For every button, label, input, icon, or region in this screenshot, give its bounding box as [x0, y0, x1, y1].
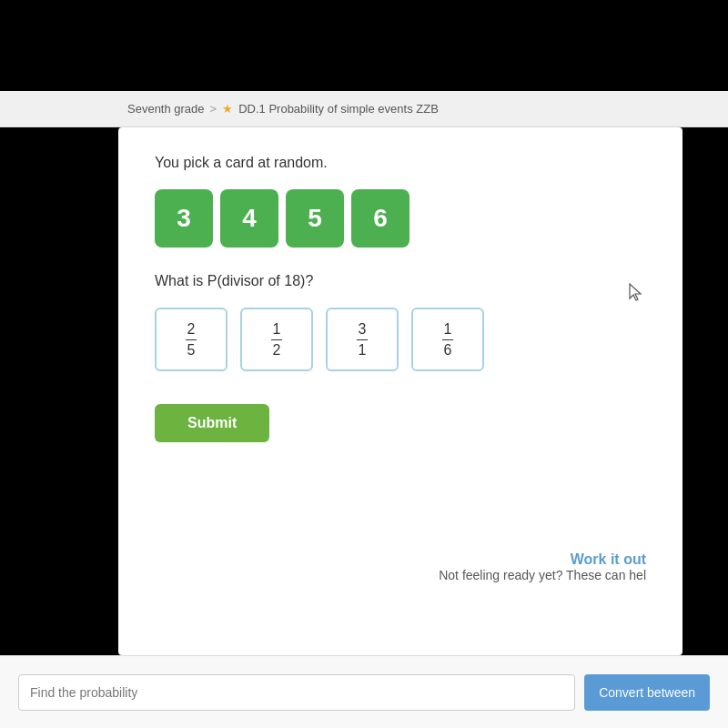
- answer-option-3[interactable]: 3 1: [326, 308, 399, 371]
- star-icon: ★: [222, 102, 233, 116]
- card-6[interactable]: 6: [351, 189, 410, 248]
- cards-row: 3 4 5 6: [155, 189, 646, 248]
- fraction-1-denominator: 5: [187, 342, 196, 359]
- card-5[interactable]: 5: [286, 189, 344, 248]
- work-it-out-title: Work it out: [155, 551, 646, 568]
- breadcrumb-separator: >: [210, 102, 217, 116]
- breadcrumb-bar: Seventh grade > ★ DD.1 Probability of si…: [0, 91, 728, 127]
- answer-options: 2 5 1 2 3 1 1 6: [155, 308, 646, 371]
- answer-option-4[interactable]: 1 6: [411, 308, 484, 371]
- fraction-3: 3 1: [357, 321, 368, 359]
- answer-option-2[interactable]: 1 2: [240, 308, 313, 371]
- main-content: You pick a card at random. 3 4 5 6 What …: [118, 127, 682, 655]
- answer-option-1[interactable]: 2 5: [155, 308, 228, 371]
- fraction-4: 1 6: [442, 321, 453, 359]
- work-it-out-section: Work it out Not feeling ready yet? These…: [155, 551, 646, 582]
- sub-prompt: What is P(divisor of 18)?: [155, 273, 646, 289]
- breadcrumb-lesson[interactable]: DD.1 Probability of simple events ZZB: [238, 102, 439, 116]
- fraction-4-denominator: 6: [444, 342, 452, 359]
- breadcrumb-grade[interactable]: Seventh grade: [127, 102, 205, 116]
- fraction-1: 2 5: [186, 321, 197, 359]
- convert-button[interactable]: Convert between: [584, 674, 710, 711]
- fraction-2: 1 2: [271, 321, 282, 359]
- fraction-4-numerator: 1: [442, 321, 453, 340]
- fraction-3-numerator: 3: [357, 321, 368, 340]
- card-3[interactable]: 3: [155, 189, 213, 248]
- card-4[interactable]: 4: [220, 189, 278, 248]
- bottom-bar: Convert between: [0, 655, 728, 728]
- find-probability-input[interactable]: [18, 674, 575, 711]
- fraction-1-numerator: 2: [186, 321, 197, 340]
- work-it-out-subtitle: Not feeling ready yet? These can hel: [155, 568, 646, 582]
- submit-button[interactable]: Submit: [155, 404, 269, 442]
- fraction-2-denominator: 2: [273, 342, 281, 359]
- breadcrumb: Seventh grade > ★ DD.1 Probability of si…: [127, 102, 439, 116]
- fraction-2-numerator: 1: [271, 321, 282, 340]
- fraction-3-denominator: 1: [359, 342, 367, 359]
- question-prompt: You pick a card at random.: [155, 155, 646, 171]
